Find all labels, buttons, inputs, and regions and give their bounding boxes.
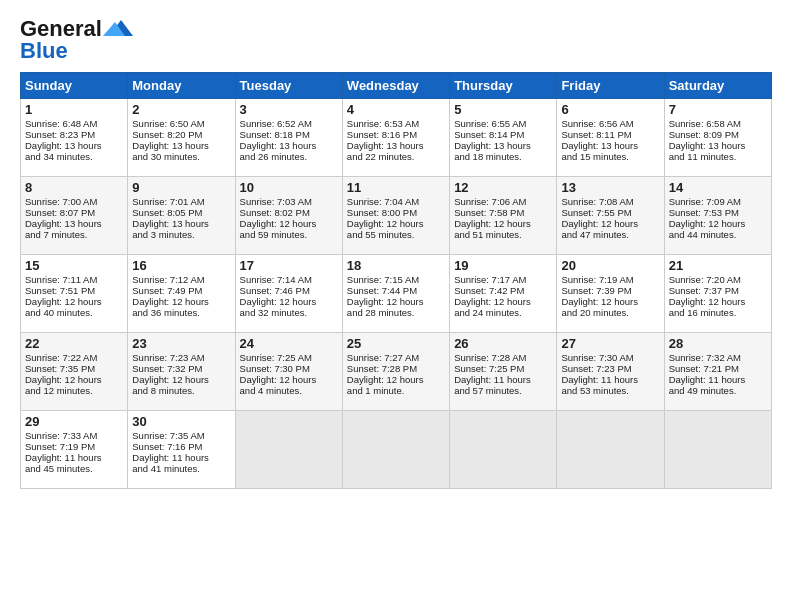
- day-info-line: Sunset: 8:07 PM: [25, 207, 123, 218]
- day-info-line: and 4 minutes.: [240, 385, 338, 396]
- day-number: 29: [25, 414, 123, 429]
- day-info-line: Sunrise: 7:19 AM: [561, 274, 659, 285]
- day-number: 14: [669, 180, 767, 195]
- day-info-line: and 44 minutes.: [669, 229, 767, 240]
- calendar-week-3: 15Sunrise: 7:11 AMSunset: 7:51 PMDayligh…: [21, 255, 772, 333]
- day-info-line: and 30 minutes.: [132, 151, 230, 162]
- day-info-line: and 41 minutes.: [132, 463, 230, 474]
- day-info-line: Sunrise: 7:32 AM: [669, 352, 767, 363]
- calendar-cell: [557, 411, 664, 489]
- day-info-line: Daylight: 11 hours: [132, 452, 230, 463]
- day-info-line: Daylight: 12 hours: [240, 374, 338, 385]
- day-number: 1: [25, 102, 123, 117]
- day-info-line: Sunset: 7:44 PM: [347, 285, 445, 296]
- day-info-line: Sunrise: 6:48 AM: [25, 118, 123, 129]
- day-info-line: Daylight: 13 hours: [132, 140, 230, 151]
- day-info-line: Daylight: 13 hours: [25, 140, 123, 151]
- day-number: 9: [132, 180, 230, 195]
- calendar-cell: 30Sunrise: 7:35 AMSunset: 7:16 PMDayligh…: [128, 411, 235, 489]
- calendar-cell: 14Sunrise: 7:09 AMSunset: 7:53 PMDayligh…: [664, 177, 771, 255]
- day-info-line: and 26 minutes.: [240, 151, 338, 162]
- day-number: 22: [25, 336, 123, 351]
- day-info-line: Daylight: 12 hours: [561, 218, 659, 229]
- calendar-cell: 8Sunrise: 7:00 AMSunset: 8:07 PMDaylight…: [21, 177, 128, 255]
- day-number: 16: [132, 258, 230, 273]
- day-info-line: Sunset: 7:58 PM: [454, 207, 552, 218]
- calendar-cell: 24Sunrise: 7:25 AMSunset: 7:30 PMDayligh…: [235, 333, 342, 411]
- day-info-line: Sunrise: 7:17 AM: [454, 274, 552, 285]
- day-info-line: Sunset: 7:55 PM: [561, 207, 659, 218]
- day-info-line: Sunset: 7:21 PM: [669, 363, 767, 374]
- calendar-cell: 13Sunrise: 7:08 AMSunset: 7:55 PMDayligh…: [557, 177, 664, 255]
- day-number: 15: [25, 258, 123, 273]
- day-info-line: Sunrise: 7:20 AM: [669, 274, 767, 285]
- day-info-line: Sunset: 8:23 PM: [25, 129, 123, 140]
- day-info-line: Sunrise: 7:25 AM: [240, 352, 338, 363]
- day-info-line: and 18 minutes.: [454, 151, 552, 162]
- day-info-line: and 1 minute.: [347, 385, 445, 396]
- day-info-line: Daylight: 11 hours: [561, 374, 659, 385]
- weekday-header-friday: Friday: [557, 73, 664, 99]
- day-info-line: Sunrise: 7:08 AM: [561, 196, 659, 207]
- day-info-line: and 11 minutes.: [669, 151, 767, 162]
- day-info-line: and 16 minutes.: [669, 307, 767, 318]
- day-info-line: Sunset: 8:00 PM: [347, 207, 445, 218]
- day-info-line: Sunset: 8:09 PM: [669, 129, 767, 140]
- day-info-line: Daylight: 13 hours: [25, 218, 123, 229]
- day-info-line: Sunrise: 7:27 AM: [347, 352, 445, 363]
- calendar-body: 1Sunrise: 6:48 AMSunset: 8:23 PMDaylight…: [21, 99, 772, 489]
- day-info-line: Sunset: 7:37 PM: [669, 285, 767, 296]
- day-info-line: and 12 minutes.: [25, 385, 123, 396]
- day-info-line: Sunset: 8:14 PM: [454, 129, 552, 140]
- day-info-line: and 53 minutes.: [561, 385, 659, 396]
- day-number: 3: [240, 102, 338, 117]
- calendar-week-2: 8Sunrise: 7:00 AMSunset: 8:07 PMDaylight…: [21, 177, 772, 255]
- day-info-line: Sunset: 7:42 PM: [454, 285, 552, 296]
- day-info-line: Sunset: 7:39 PM: [561, 285, 659, 296]
- calendar-cell: 26Sunrise: 7:28 AMSunset: 7:25 PMDayligh…: [450, 333, 557, 411]
- day-info-line: Daylight: 13 hours: [561, 140, 659, 151]
- day-info-line: Sunset: 7:51 PM: [25, 285, 123, 296]
- day-number: 20: [561, 258, 659, 273]
- day-info-line: and 51 minutes.: [454, 229, 552, 240]
- logo: General Blue: [20, 18, 135, 64]
- day-number: 12: [454, 180, 552, 195]
- day-info-line: Daylight: 11 hours: [454, 374, 552, 385]
- calendar-cell: 5Sunrise: 6:55 AMSunset: 8:14 PMDaylight…: [450, 99, 557, 177]
- day-info-line: and 34 minutes.: [25, 151, 123, 162]
- calendar-week-4: 22Sunrise: 7:22 AMSunset: 7:35 PMDayligh…: [21, 333, 772, 411]
- calendar-cell: 18Sunrise: 7:15 AMSunset: 7:44 PMDayligh…: [342, 255, 449, 333]
- day-info-line: Sunrise: 7:23 AM: [132, 352, 230, 363]
- calendar-cell: 19Sunrise: 7:17 AMSunset: 7:42 PMDayligh…: [450, 255, 557, 333]
- day-number: 21: [669, 258, 767, 273]
- day-info-line: Daylight: 12 hours: [347, 218, 445, 229]
- day-info-line: Sunset: 7:19 PM: [25, 441, 123, 452]
- day-info-line: and 45 minutes.: [25, 463, 123, 474]
- day-info-line: Sunset: 7:16 PM: [132, 441, 230, 452]
- calendar-cell: 2Sunrise: 6:50 AMSunset: 8:20 PMDaylight…: [128, 99, 235, 177]
- day-info-line: Sunrise: 7:00 AM: [25, 196, 123, 207]
- day-info-line: Daylight: 12 hours: [669, 296, 767, 307]
- day-number: 10: [240, 180, 338, 195]
- day-number: 25: [347, 336, 445, 351]
- day-number: 23: [132, 336, 230, 351]
- day-info-line: and 8 minutes.: [132, 385, 230, 396]
- day-info-line: Sunrise: 6:58 AM: [669, 118, 767, 129]
- day-info-line: Sunrise: 7:22 AM: [25, 352, 123, 363]
- day-info-line: Sunrise: 6:55 AM: [454, 118, 552, 129]
- day-info-line: Sunrise: 7:15 AM: [347, 274, 445, 285]
- header: General Blue: [20, 18, 772, 64]
- day-info-line: Daylight: 12 hours: [132, 374, 230, 385]
- weekday-header-sunday: Sunday: [21, 73, 128, 99]
- calendar-cell: [450, 411, 557, 489]
- day-info-line: Daylight: 11 hours: [669, 374, 767, 385]
- weekday-header-thursday: Thursday: [450, 73, 557, 99]
- day-info-line: Daylight: 12 hours: [25, 374, 123, 385]
- day-number: 11: [347, 180, 445, 195]
- day-info-line: Daylight: 13 hours: [132, 218, 230, 229]
- calendar-cell: [664, 411, 771, 489]
- calendar-cell: 11Sunrise: 7:04 AMSunset: 8:00 PMDayligh…: [342, 177, 449, 255]
- day-info-line: and 47 minutes.: [561, 229, 659, 240]
- calendar-cell: 7Sunrise: 6:58 AMSunset: 8:09 PMDaylight…: [664, 99, 771, 177]
- day-info-line: Daylight: 12 hours: [240, 296, 338, 307]
